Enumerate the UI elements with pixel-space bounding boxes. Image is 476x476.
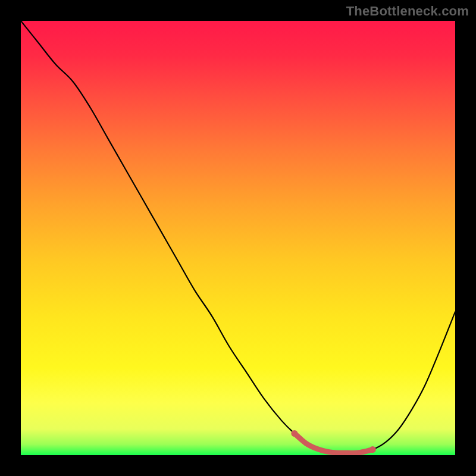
svg-point-4 [331, 450, 336, 455]
svg-point-1 [291, 430, 298, 437]
chart-lines [21, 21, 455, 455]
svg-point-6 [357, 450, 362, 455]
watermark-text: TheBottleneck.com [346, 4, 469, 19]
chart-frame: TheBottleneck.com [0, 0, 476, 476]
svg-point-2 [305, 442, 310, 447]
svg-point-5 [345, 450, 349, 455]
svg-point-7 [369, 446, 376, 453]
bottleneck-curve [21, 21, 455, 453]
svg-point-3 [318, 447, 323, 452]
plot-area [21, 21, 455, 455]
